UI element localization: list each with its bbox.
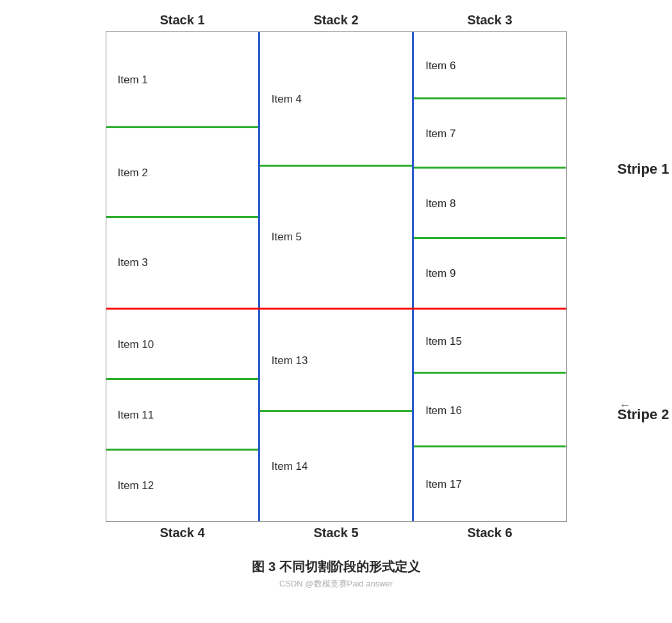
stripe-labels: Stripe 1 Stripe 2	[618, 31, 669, 520]
stack-col-6: Item 15 Item 16 Item 17	[414, 310, 566, 521]
item-15-cell: Item 15	[414, 310, 566, 374]
item-5-cell: Item 5	[260, 167, 412, 308]
item-11-label: Item 11	[118, 409, 154, 422]
item-17-label: Item 17	[425, 478, 462, 491]
item-15-label: Item 15	[425, 335, 462, 348]
item-16-label: Item 16	[425, 404, 462, 417]
stripe-1-label: Stripe 1	[618, 161, 669, 178]
item-3-label: Item 3	[118, 256, 148, 269]
item-14-cell: Item 14	[260, 412, 412, 521]
item-9-label: Item 9	[425, 267, 455, 280]
item-17-cell: Item 17	[414, 447, 566, 521]
item-13-cell: Item 13	[260, 310, 412, 412]
stack-col-2: Item 4 Item 5	[260, 32, 412, 308]
item-2-label: Item 2	[118, 167, 148, 179]
stripe-2-label-container: Stripe 2	[618, 309, 669, 520]
caption-credit: CSDN @数模竞赛Paid answer	[252, 578, 420, 590]
item-16-cell: Item 16	[414, 374, 566, 447]
stack-labels-bottom: Stack 4 Stack 5 Stack 6	[106, 526, 567, 540]
stack-labels-top: Stack 1 Stack 2 Stack 3	[106, 13, 567, 28]
caption-text: 图 3 不同切割阶段的形式定义	[252, 558, 420, 576]
arrow-icon: ←	[619, 399, 631, 412]
item-9-cell: Item 9	[414, 239, 566, 308]
item-4-label: Item 4	[272, 93, 302, 106]
item-8-label: Item 8	[425, 197, 455, 210]
item-7-cell: Item 7	[414, 99, 566, 169]
stack-col-5: Item 13 Item 14	[260, 310, 412, 521]
stack-col-3: Item 6 Item 7 Item 8 Item 9	[414, 32, 566, 308]
item-1-label: Item 1	[118, 74, 148, 87]
grid-box: Item 1 Item 2 Item 3 Item	[106, 31, 567, 522]
item-13-label: Item 13	[272, 354, 308, 367]
caption-area: 图 3 不同切割阶段的形式定义 CSDN @数模竞赛Paid answer	[252, 558, 420, 590]
diagram-container: Stack 1 Stack 2 Stack 3 Item 1 Item 2	[61, 13, 612, 540]
stack-label-3: Stack 3	[413, 13, 567, 28]
stack-label-2: Stack 2	[259, 13, 413, 28]
stack-label-1: Stack 1	[106, 13, 259, 28]
item-6-cell: Item 6	[414, 32, 566, 99]
item-11-cell: Item 11	[106, 380, 258, 451]
main-wrapper: Item 1 Item 2 Item 3 Item	[106, 31, 567, 522]
item-8-cell: Item 8	[414, 169, 566, 239]
stack-label-6: Stack 6	[413, 526, 567, 540]
item-12-cell: Item 12	[106, 451, 258, 521]
item-5-label: Item 5	[272, 231, 302, 244]
item-6-label: Item 6	[425, 60, 455, 72]
item-12-label: Item 12	[118, 479, 154, 492]
item-2-cell: Item 2	[106, 128, 258, 218]
stack-col-1: Item 1 Item 2 Item 3	[106, 32, 258, 308]
item-4-cell: Item 4	[260, 32, 412, 167]
item-3-cell: Item 3	[106, 218, 258, 308]
stripe-2-row: Item 10 Item 11 Item 12 I	[106, 310, 566, 521]
stripe-1-row: Item 1 Item 2 Item 3 Item	[106, 32, 566, 308]
stack-label-5: Stack 5	[259, 526, 413, 540]
item-10-label: Item 10	[118, 338, 154, 351]
item-7-label: Item 7	[425, 128, 455, 140]
stack-label-4: Stack 4	[106, 526, 259, 540]
item-14-label: Item 14	[272, 460, 308, 473]
item-10-cell: Item 10	[106, 310, 258, 380]
stack-col-4: Item 10 Item 11 Item 12	[106, 310, 258, 521]
stripe-1-label-container: Stripe 1	[618, 31, 669, 307]
item-1-cell: Item 1	[106, 32, 258, 128]
